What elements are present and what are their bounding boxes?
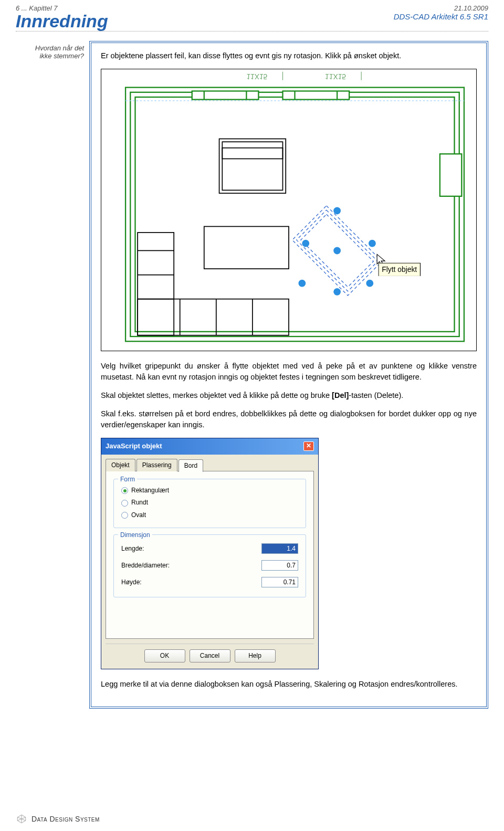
svg-rect-15	[222, 142, 282, 190]
margin-note: Hvordan når det ikke stemmer?	[16, 41, 89, 709]
svg-point-32	[302, 240, 309, 247]
tab-bord[interactable]: Bord	[178, 459, 203, 472]
dim-label: Lengde:	[121, 544, 144, 553]
key-label: [Del]	[332, 391, 349, 399]
ok-button[interactable]: OK	[144, 649, 185, 662]
tab-plassering[interactable]: Plassering	[136, 459, 177, 471]
paragraph: Legg merke til at via denne dialogboksen…	[101, 679, 477, 690]
javascript-objekt-dialog: JavaScript objekt ✕ Objekt Plassering Bo…	[101, 438, 319, 670]
fieldset-dimensjon: Dimensjon Lengde: Bredde/diameter: Høyde…	[113, 534, 306, 597]
svg-rect-19	[138, 233, 174, 335]
dialog-title-text: JavaScript objekt	[106, 441, 162, 451]
svg-point-34	[298, 280, 306, 287]
svg-rect-8	[192, 91, 259, 99]
radio-icon	[121, 512, 128, 519]
tab-objekt[interactable]: Objekt	[106, 459, 135, 471]
dialog-titlebar[interactable]: JavaScript objekt ✕	[101, 438, 318, 455]
fieldset-legend: Dimensjon	[118, 531, 152, 540]
header-divider	[16, 31, 488, 31]
svg-rect-18	[204, 226, 289, 269]
text: -tasten (Delete).	[349, 391, 403, 399]
svg-point-33	[333, 247, 341, 255]
svg-point-36	[333, 288, 341, 296]
lengde-input[interactable]	[261, 543, 298, 554]
margin-note-line: Hvordan når det	[16, 44, 84, 52]
page-header: 6 ... Kapittel 7 Innredning 21.10.2009 D…	[16, 0, 488, 30]
page-footer: Data Design System	[16, 813, 100, 825]
radio-label: Rektangulært	[131, 486, 169, 495]
dim-bredde: Bredde/diameter:	[121, 557, 298, 574]
dim-hoyde: Høyde:	[121, 574, 298, 591]
svg-rect-14	[440, 154, 461, 196]
radio-label: Rundt	[131, 498, 148, 507]
radio-ovalt[interactable]: Ovalt	[121, 509, 298, 521]
cad-illustration: 11X15 11X15	[101, 69, 477, 351]
svg-rect-17	[222, 148, 282, 159]
text: Skal objektet slettes, merkes objektet v…	[101, 391, 332, 399]
svg-point-35	[366, 280, 373, 287]
hoyde-input[interactable]	[261, 577, 298, 587]
fieldset-legend: Form	[118, 475, 137, 484]
svg-rect-4	[125, 88, 464, 342]
margin-note-line: ikke stemmer?	[16, 52, 84, 60]
svg-point-30	[333, 207, 341, 215]
content-box: Er objektene plassert feil, kan disse fl…	[89, 41, 488, 709]
radio-icon	[121, 500, 128, 507]
help-button[interactable]: Help	[235, 649, 276, 662]
paragraph: Er objektene plassert feil, kan disse fl…	[101, 50, 477, 61]
radio-rundt[interactable]: Rundt	[121, 497, 298, 509]
radio-label: Ovalt	[131, 511, 146, 520]
tab-content: Form Rektangulært Rundt Ov	[106, 471, 314, 639]
dialog-buttons: OK Cancel Help	[106, 644, 314, 669]
page-title: Innredning	[16, 12, 108, 30]
bredde-input[interactable]	[261, 560, 298, 571]
svg-rect-20	[138, 299, 289, 335]
svg-rect-11	[282, 91, 349, 99]
svg-rect-6	[135, 97, 454, 332]
radio-icon	[121, 487, 128, 494]
paragraph: Skal objektet slettes, merkes objektet v…	[101, 390, 477, 401]
dim-label: Høyde:	[121, 578, 142, 587]
close-icon: ✕	[306, 442, 311, 449]
dim-lengde: Lengde:	[121, 540, 298, 557]
page-date: 21.10.2009	[394, 4, 488, 12]
svg-rect-16	[219, 139, 286, 193]
dialog-tabs: Objekt Plassering Bord	[106, 459, 314, 471]
cancel-button[interactable]: Cancel	[190, 649, 230, 662]
paragraph: Velg hvilket gripepunkt du ønsker å flyt…	[101, 361, 477, 383]
cad-tooltip: Flytt objekt	[378, 263, 421, 276]
radio-rektangulaert[interactable]: Rektangulært	[121, 485, 298, 497]
footer-company: Data Design System	[32, 815, 100, 823]
dds-logo-icon	[16, 813, 27, 825]
paragraph: Skal f.eks. størrelsen på et bord endres…	[101, 408, 477, 430]
product-name: DDS-CAD Arkitekt 6.5 SR1	[394, 12, 488, 21]
svg-text:11X15: 11X15	[325, 72, 346, 81]
close-button[interactable]: ✕	[303, 441, 314, 451]
dim-label: Bredde/diameter:	[121, 561, 170, 570]
svg-point-31	[369, 240, 376, 247]
svg-text:11X15: 11X15	[246, 72, 267, 81]
fieldset-form: Form Rektangulært Rundt Ov	[113, 479, 306, 528]
